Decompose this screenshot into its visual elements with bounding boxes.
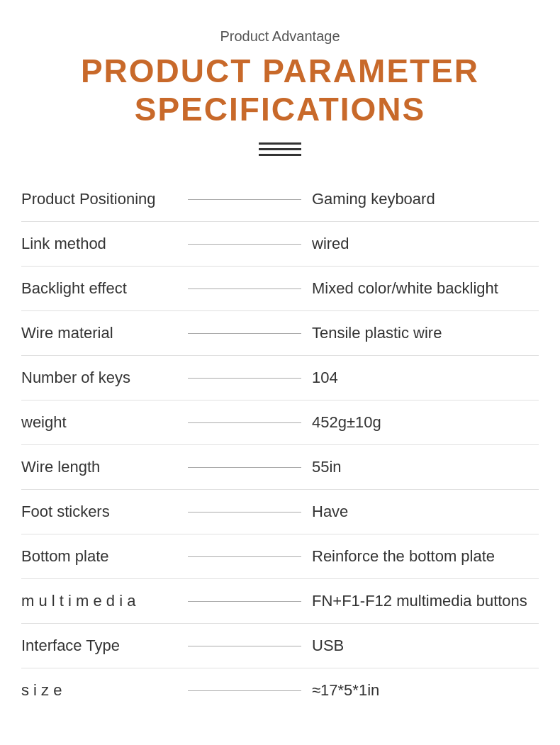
divider-line-1 xyxy=(259,142,301,145)
spec-value: Gaming keyboard xyxy=(312,190,539,208)
divider-line-2 xyxy=(259,148,301,150)
spec-value: Have xyxy=(312,503,539,521)
spec-label: Foot stickers xyxy=(21,503,177,521)
spec-row: Foot stickersHave xyxy=(21,490,539,534)
spec-value: 55in xyxy=(312,458,539,476)
spec-label: Bottom plate xyxy=(21,547,177,566)
spec-separator xyxy=(188,601,301,602)
spec-label: weight xyxy=(21,413,177,432)
main-title: PRODUCT PARAMETER SPECIFICATIONS xyxy=(21,52,539,128)
spec-row: Backlight effectMixed color/white backli… xyxy=(21,267,539,311)
spec-label: Wire length xyxy=(21,458,177,476)
spec-value: FN+F1-F12 multimedia buttons xyxy=(312,592,539,610)
spec-label: Backlight effect xyxy=(21,279,177,298)
spec-label: m u l t i m e d i a xyxy=(21,592,177,610)
spec-separator xyxy=(188,646,301,646)
spec-label: s i z e xyxy=(21,681,177,700)
spec-value: Reinforce the bottom plate xyxy=(312,547,539,566)
spec-label: Number of keys xyxy=(21,369,177,387)
header-section: Product Advantage PRODUCT PARAMETER SPEC… xyxy=(21,28,539,156)
spec-row: Bottom plateReinforce the bottom plate xyxy=(21,534,539,579)
spec-separator xyxy=(188,289,301,289)
spec-label: Link method xyxy=(21,235,177,253)
spec-value: wired xyxy=(312,235,539,253)
spec-value: ≈17*5*1in xyxy=(312,681,539,700)
spec-value: Tensile plastic wire xyxy=(312,324,539,342)
spec-separator xyxy=(188,467,301,468)
spec-separator xyxy=(188,333,301,334)
spec-value: Mixed color/white backlight xyxy=(312,279,539,298)
spec-value: 452g±10g xyxy=(312,413,539,432)
divider-lines xyxy=(21,142,539,156)
spec-row: s i z e≈17*5*1in xyxy=(21,668,539,712)
spec-label: Wire material xyxy=(21,324,177,342)
spec-row: Product PositioningGaming keyboard xyxy=(21,177,539,222)
spec-row: Number of keys104 xyxy=(21,356,539,400)
spec-separator xyxy=(188,378,301,379)
spec-value: 104 xyxy=(312,369,539,387)
page-container: Product Advantage PRODUCT PARAMETER SPEC… xyxy=(0,0,560,745)
specs-container: Product PositioningGaming keyboardLink m… xyxy=(21,177,539,712)
product-advantage-label: Product Advantage xyxy=(21,28,539,45)
divider-line-3 xyxy=(259,154,301,156)
spec-row: m u l t i m e d i aFN+F1-F12 multimedia … xyxy=(21,579,539,624)
spec-row: Wire materialTensile plastic wire xyxy=(21,311,539,356)
spec-label: Product Positioning xyxy=(21,190,177,208)
spec-separator xyxy=(188,199,301,200)
spec-separator xyxy=(188,690,301,691)
spec-value: USB xyxy=(312,637,539,655)
spec-separator xyxy=(188,422,301,423)
spec-separator xyxy=(188,244,301,245)
spec-separator xyxy=(188,556,301,557)
spec-row: Link methodwired xyxy=(21,222,539,267)
spec-label: Interface Type xyxy=(21,637,177,655)
spec-row: Wire length55in xyxy=(21,445,539,490)
spec-separator xyxy=(188,512,301,512)
spec-row: Interface TypeUSB xyxy=(21,624,539,668)
spec-row: weight452g±10g xyxy=(21,400,539,445)
